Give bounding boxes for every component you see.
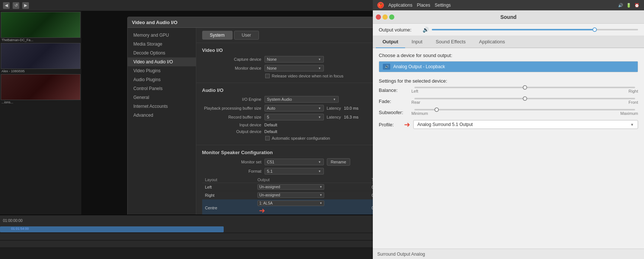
speaker-output-select[interactable]: Un-assigned▼ [257,184,324,190]
window-controls [376,14,394,20]
modal-body: Memory and GPU Media Storage Decode Opti… [128,28,373,215]
device-section-label: Choose a device for sound output: [379,53,638,58]
speaker-config-section: Monitor Speaker Configuration Monitor se… [196,145,373,215]
output-device-value: Default [264,129,277,134]
thumbnail-image-2 [1,43,80,69]
tab-system[interactable]: System [202,31,233,40]
modal-system-user-tabs: System User [196,28,373,43]
col-trim: Trim(dB) [369,177,373,183]
nav-item-general[interactable]: General [128,93,196,102]
monitor-device-row: Monitor device None ▼ [202,65,373,72]
modal-sidebar: Memory and GPU Media Storage Decode Opti… [128,28,196,215]
fade-label: Fade: [379,99,408,104]
topbar-applications[interactable]: Applications [388,3,413,8]
editor-main: Video and Audio I/O ⋯ Memory and GPU Med… [82,11,373,215]
release-checkbox[interactable] [265,74,270,78]
playback-buffer-label: Playback processing buffer size [202,106,262,110]
gnome-topbar-left: 🍎 Applications Places Settings [377,2,451,9]
gnome-topbar-right: 🔊 🔋 ⏰ [618,3,640,8]
input-device-row: Input device Default [202,123,373,127]
auto-speaker-checkbox[interactable] [265,136,270,140]
toolbar-icon-2[interactable]: ↺ [13,2,19,9]
thumbnail-item[interactable]: ...ions... [1,74,80,104]
topbar-settings[interactable]: Settings [435,3,451,8]
rename-button[interactable]: Rename [327,158,351,166]
editor-toolbar: ◀ ↺ ▶ [0,0,373,11]
auto-speaker-label: Automatic speaker configuration [272,136,330,140]
speaker-layout-cell: Right [202,191,254,199]
nav-item-video-plugins[interactable]: Video Plugins [128,66,196,75]
speaker-output-cell: Un-assigned▼ [254,183,369,191]
balance-right-label: Right [628,89,638,93]
topbar-places[interactable]: Places [417,3,430,8]
balance-row: Balance: Left Right [379,87,638,93]
bottom-output-text: Surround Output Analog [377,252,425,257]
window-maximize[interactable] [389,14,394,20]
fade-rear-label: Rear [411,100,420,104]
monitor-set-label: Monitor set [202,160,262,164]
volume-label: Output volume: [379,27,420,33]
timeline-toolbar: 01:00:00:00 [0,215,373,226]
balance-control: Left Right [411,87,638,93]
record-buffer-select[interactable]: 5 ▼ [264,114,324,120]
modal-overlay: Video and Audio I/O ⋯ Memory and GPU Med… [82,11,373,215]
volume-slider[interactable] [432,29,638,30]
modal-main-content: System User Video I/O Capture device Non… [196,28,373,215]
timeline-track-3 [0,240,373,248]
subwoofer-slider[interactable] [414,109,635,110]
record-buffer-label: Record buffer size [202,115,262,119]
profile-select[interactable]: Analog Surround 5.1 Output ▼ [413,120,638,129]
audio-io-title: Audio I/O [202,87,373,93]
monitor-device-select[interactable]: None ▼ [264,65,324,72]
io-engine-arrow: ▼ [333,98,336,101]
release-checkbox-row: Release video device when not in focus [265,74,373,78]
nav-item-control-panels[interactable]: Control Panels [128,84,196,93]
window-close[interactable] [376,14,381,20]
device-list: 🔊 Analog Output - Loopback [379,61,638,72]
balance-slider[interactable] [414,87,635,88]
editor-content: TheBatman-DC_Fa... Alex - 1080i595 ...io… [0,11,373,215]
volume-slider-thumb [592,27,597,32]
device-settings: Settings for the selected device: Balanc… [379,78,638,129]
thumbnail-item[interactable]: TheBatman-DC_Fa... [1,12,80,42]
sound-window: Sound Output volume: 🔊 Output Input Soun… [373,10,644,259]
format-select[interactable]: 5.1 ▼ [264,168,324,175]
tab-input[interactable]: Input [405,36,429,48]
modal-titlebar: Video and Audio I/O ⋯ [128,17,373,28]
tab-output[interactable]: Output [376,36,405,48]
fade-slider[interactable] [414,98,635,99]
io-engine-select[interactable]: System Audio ▼ [264,96,339,103]
nav-item-advanced[interactable]: Advanced [128,111,196,120]
toolbar-icon-1[interactable]: ◀ [3,2,10,9]
tab-applications[interactable]: Applications [472,36,512,48]
device-item-analog-loopback[interactable]: 🔊 Analog Output - Loopback [379,62,638,72]
speaker-output-select[interactable]: 1: ALSA▼ [257,200,324,206]
video-io-title: Video I/O [202,47,373,53]
monitor-set-select[interactable]: C51 ▼ [264,159,324,165]
window-minimize[interactable] [382,14,388,20]
playback-buffer-select[interactable]: Auto ▼ [264,105,324,112]
record-latency-value: 16.3 ms [344,115,358,119]
video-io-section: Video I/O Capture device None ▼ Mon [196,43,373,83]
audio-io-section: Audio I/O I/O Engine System Audio ▼ [196,83,373,145]
nav-item-internet-accounts[interactable]: Internet Accounts [128,102,196,111]
capture-device-select[interactable]: None ▼ [264,56,324,63]
nav-item-audio-plugins[interactable]: Audio Plugins [128,75,196,84]
tab-sound-effects[interactable]: Sound Effects [429,36,473,48]
timeline-clip-1[interactable] [0,226,224,232]
input-device-value: Default [264,123,277,127]
device-icon-speaker: 🔊 [383,64,390,70]
nav-item-decode-options[interactable]: Decode Options [128,49,196,57]
nav-item-video-audio-io[interactable]: Video and Audio I/O [128,57,196,66]
balance-thumb [523,85,527,90]
nav-item-memory-gpu[interactable]: Memory and GPU [128,31,196,40]
toolbar-icon-3[interactable]: ▶ [22,2,29,9]
profile-arrow-icon: ➜ [404,120,410,129]
subwoofer-label: Subwoofer: [379,110,408,115]
tab-user[interactable]: User [234,31,259,40]
balance-label: Balance: [379,87,408,93]
thumbnail-item[interactable]: Alex - 1080i595 [1,43,80,73]
speaker-output-select[interactable]: Un-assigned▼ [257,192,324,198]
thumbnail-label-1: TheBatman-DC_Fa... [1,38,80,42]
nav-item-media-storage[interactable]: Media Storage [128,40,196,49]
